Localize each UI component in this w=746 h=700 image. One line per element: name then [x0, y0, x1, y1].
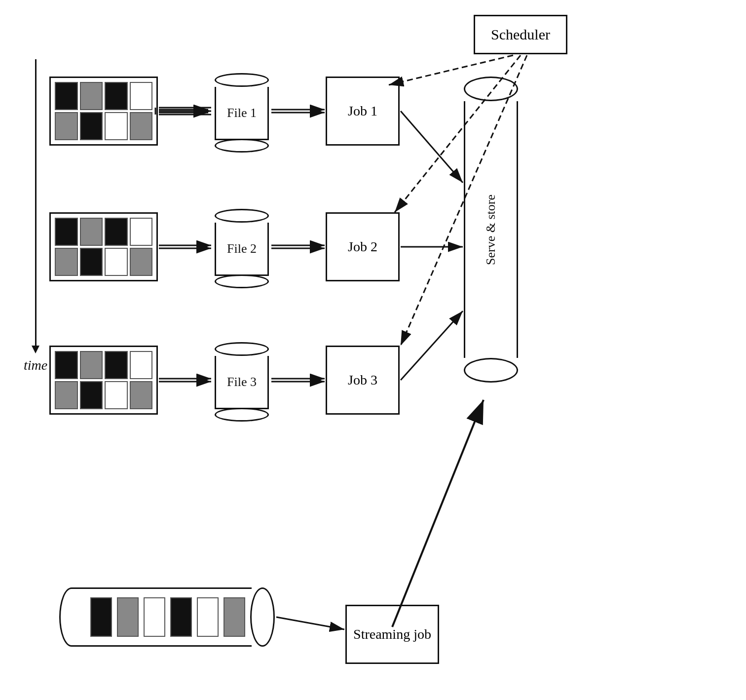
scheduler-box: Scheduler	[474, 15, 567, 54]
streaming-job-label: Streaming job	[353, 626, 431, 642]
grid-cell	[80, 82, 103, 110]
arrow-stream-serve	[392, 400, 484, 627]
time-arrow: time	[24, 59, 47, 373]
job2-label: Job 2	[348, 239, 377, 255]
job3-box: Job 3	[326, 346, 400, 415]
grid-row3	[49, 346, 158, 415]
grid-cell	[130, 248, 153, 276]
arrow-j3-serve	[401, 311, 463, 380]
grid-row2	[49, 212, 158, 281]
file1-label: File 1	[227, 106, 257, 120]
serve-store-cylinder: Serve & store	[464, 77, 518, 383]
file3-label: File 3	[227, 375, 257, 389]
grid-cell	[80, 112, 103, 140]
grid-cell	[80, 218, 103, 246]
file2-label: File 2	[227, 241, 257, 256]
grid-cell	[105, 381, 128, 409]
serve-store-label: Serve & store	[484, 194, 498, 265]
grid-cell	[105, 82, 128, 110]
file1-cylinder: File 1	[212, 73, 271, 153]
grid-cell	[55, 248, 78, 276]
grid-cell	[105, 248, 128, 276]
streaming-source	[59, 587, 275, 647]
grid-cell	[130, 351, 153, 379]
grid-cell	[105, 351, 128, 379]
file3-cylinder: File 3	[212, 342, 271, 422]
grid-cell	[130, 112, 153, 140]
grid-cell	[55, 112, 78, 140]
arrow-j1-serve	[401, 111, 463, 183]
grid-cell	[130, 381, 153, 409]
time-arrowhead	[32, 346, 39, 353]
grid-cell	[105, 218, 128, 246]
grid-row1	[49, 77, 158, 146]
grid-cell	[55, 218, 78, 246]
grid-cell	[55, 82, 78, 110]
time-label: time	[24, 357, 47, 373]
job2-box: Job 2	[326, 212, 400, 281]
file2-cylinder: File 2	[212, 209, 271, 288]
grid-cell	[105, 112, 128, 140]
grid-cell	[55, 381, 78, 409]
job3-label: Job 3	[348, 372, 377, 388]
arrow-stream-src-job	[276, 617, 344, 629]
grid-cell	[130, 82, 153, 110]
job1-box: Job 1	[326, 77, 400, 146]
streaming-job-box: Streaming job	[345, 605, 439, 664]
diagram-container: time File 1 Job 1 File 2	[0, 0, 746, 700]
grid-cell	[55, 351, 78, 379]
job1-label: Job 1	[348, 103, 377, 119]
grid-cell	[80, 381, 103, 409]
grid-cell	[80, 351, 103, 379]
time-line	[35, 59, 37, 346]
grid-cell	[130, 218, 153, 246]
grid-cell	[80, 248, 103, 276]
scheduler-label: Scheduler	[491, 26, 550, 43]
